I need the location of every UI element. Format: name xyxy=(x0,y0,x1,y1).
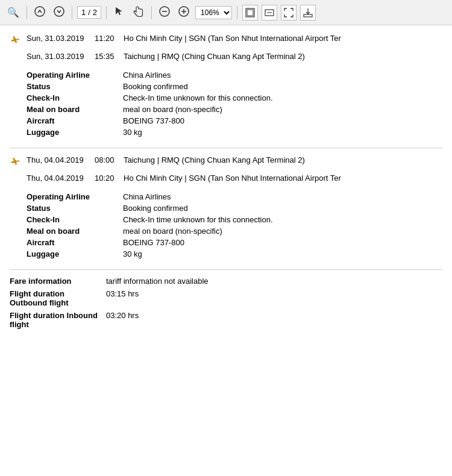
plane-icon-2 xyxy=(10,156,22,169)
content-area: Sun, 31.03.2019 11:20 Ho Chi Minh City |… xyxy=(0,25,452,337)
flight1-details: Operating Airline China Airlines Status … xyxy=(27,69,442,138)
fare-inbound-value: 03:20 hrs xyxy=(106,311,139,329)
flight1-checkin-label: Check-In xyxy=(27,93,123,102)
flight2-departure-row: Thu, 04.04.2019 08:00 Taichung | RMQ (Ch… xyxy=(10,153,442,171)
flight2-meal-label: Meal on board xyxy=(27,227,123,236)
flight2-arrival-dest: Ho Chi Minh City | SGN (Tan Son Nhut Int… xyxy=(124,174,442,183)
flight1-airline-label: Operating Airline xyxy=(27,70,123,80)
fare-outbound-label: Flight duration Outbound flight xyxy=(10,289,106,307)
svg-rect-9 xyxy=(247,10,253,16)
flight2-departure-date: Thu, 04.04.2019 xyxy=(27,155,90,164)
flight1-meal-row: Meal on board meal on board (non-specifi… xyxy=(27,104,442,115)
flight1-arrival-dest: Taichung | RMQ (Ching Chuan Kang Apt Ter… xyxy=(124,52,442,61)
flight2-status-value: Booking confirmed xyxy=(123,204,442,213)
fare-inbound-label-line2: flight xyxy=(10,320,106,329)
separator-2 xyxy=(72,6,72,19)
flight2-checkin-label: Check-In xyxy=(27,215,123,224)
flight1-departure-time: 11:20 xyxy=(95,34,119,43)
toolbar: 🔍 1 / 2 106% 100% 75% 50% xyxy=(0,0,452,25)
flight1-airline-value: China Airlines xyxy=(123,70,442,80)
flight2-checkin-row: Check-In Check-In time unknown for this … xyxy=(27,214,442,225)
fare-outbound-label-line2: Outbound flight xyxy=(10,298,106,307)
flight2-operating-airline-row: Operating Airline China Airlines xyxy=(27,191,442,202)
flight1-checkin-row: Check-In Check-In time unknown for this … xyxy=(27,92,442,104)
fare-inbound-label: Flight duration Inbound flight xyxy=(10,311,106,329)
svg-point-1 xyxy=(54,7,64,16)
fare-outbound-label-line1: Flight duration xyxy=(10,289,106,298)
separator-5 xyxy=(237,6,237,19)
flight1-aircraft-label: Aircraft xyxy=(27,116,123,125)
flight1-meal-value: meal on board (non-specific) xyxy=(123,105,442,114)
fare-info-row: Fare information tariff information not … xyxy=(10,275,442,287)
flight2-arrival-row: Thu, 04.04.2019 10:20 Ho Chi Minh City |… xyxy=(10,171,442,185)
scroll-down-icon[interactable] xyxy=(51,5,67,20)
flight1-status-value: Booking confirmed xyxy=(123,82,442,91)
flight1-arrival-date: Sun, 31.03.2019 xyxy=(27,52,90,61)
search-icon[interactable]: 🔍 xyxy=(5,5,22,19)
flight2-checkin-value: Check-In time unknown for this connectio… xyxy=(123,215,442,224)
flight1-luggage-value: 30 kg xyxy=(123,128,442,137)
fare-divider xyxy=(10,269,442,270)
separator-3 xyxy=(106,6,107,19)
fare-inbound-row: Flight duration Inbound flight 03:20 hrs xyxy=(10,309,442,331)
svg-point-0 xyxy=(35,7,45,16)
flight2-status-label: Status xyxy=(27,204,123,213)
flight2-aircraft-row: Aircraft BOEING 737-800 xyxy=(27,237,442,248)
fit-page-icon[interactable] xyxy=(242,5,258,20)
flight2-details: Operating Airline China Airlines Status … xyxy=(27,191,442,260)
page-total: 2 xyxy=(93,8,97,17)
flight2-aircraft-label: Aircraft xyxy=(27,238,123,247)
flight1-arrival-row: Sun, 31.03.2019 15:35 Taichung | RMQ (Ch… xyxy=(10,49,442,63)
flight2-aircraft-value: BOEING 737-800 xyxy=(123,238,442,247)
flight1-status-label: Status xyxy=(27,82,123,91)
flight1-checkin-value: Check-In time unknown for this connectio… xyxy=(123,93,442,102)
flight2-luggage-value: 30 kg xyxy=(123,249,442,258)
fare-info-value: tariff information not available xyxy=(106,277,209,286)
fare-section: Fare information tariff information not … xyxy=(10,275,442,331)
flight1-luggage-row: Luggage 30 kg xyxy=(27,127,442,138)
flight2-meal-value: meal on board (non-specific) xyxy=(123,227,442,236)
flight-segment-1: Sun, 31.03.2019 11:20 Ho Chi Minh City |… xyxy=(10,31,442,138)
zoom-out-icon[interactable] xyxy=(157,5,172,20)
zoom-select[interactable]: 106% 100% 75% 50% xyxy=(195,6,232,19)
cursor-select-icon[interactable] xyxy=(111,5,127,20)
scroll-up-icon[interactable] xyxy=(32,5,48,20)
page-separator: / xyxy=(88,8,90,17)
zoom-in-icon[interactable] xyxy=(176,5,192,20)
fare-outbound-row: Flight duration Outbound flight 03:15 hr… xyxy=(10,287,442,309)
svg-marker-2 xyxy=(116,7,122,15)
flight2-airline-value: China Airlines xyxy=(123,192,442,201)
flight2-luggage-label: Luggage xyxy=(27,249,123,258)
page-navigator: 1 / 2 xyxy=(77,6,101,19)
plane-icon-1 xyxy=(10,34,22,47)
svg-rect-12 xyxy=(304,14,312,17)
flight1-departure-row: Sun, 31.03.2019 11:20 Ho Chi Minh City |… xyxy=(10,31,442,49)
flight2-status-row: Status Booking confirmed xyxy=(27,202,442,214)
flight2-departure-dest: Taichung | RMQ (Ching Chuan Kang Apt Ter… xyxy=(124,155,442,164)
download-icon[interactable] xyxy=(300,5,316,20)
flight1-operating-airline-row: Operating Airline China Airlines xyxy=(27,69,442,81)
fit-width-icon[interactable] xyxy=(262,5,277,20)
flight2-arrival-time: 10:20 xyxy=(95,174,119,183)
flight1-departure-dest: Ho Chi Minh City | SGN (Tan Son Nhut Int… xyxy=(124,34,442,43)
flight1-aircraft-row: Aircraft BOEING 737-800 xyxy=(27,115,442,127)
fare-inbound-label-line1: Flight duration Inbound xyxy=(10,311,106,320)
flight1-departure-date: Sun, 31.03.2019 xyxy=(27,34,90,43)
separator-1 xyxy=(27,6,27,19)
fare-info-label: Fare information xyxy=(10,277,106,286)
flight2-meal-row: Meal on board meal on board (non-specifi… xyxy=(27,225,442,237)
flight2-departure-time: 08:00 xyxy=(95,155,119,164)
fullscreen-icon[interactable] xyxy=(281,5,297,20)
fare-outbound-value: 03:15 hrs xyxy=(106,289,139,307)
flight1-meal-label: Meal on board xyxy=(27,105,123,114)
flight1-status-row: Status Booking confirmed xyxy=(27,81,442,92)
hand-tool-icon[interactable] xyxy=(131,5,146,20)
flight2-luggage-row: Luggage 30 kg xyxy=(27,248,442,260)
flight2-arrival-date: Thu, 04.04.2019 xyxy=(27,174,90,183)
flight1-aircraft-value: BOEING 737-800 xyxy=(123,116,442,125)
flight1-arrival-time: 15:35 xyxy=(95,52,119,61)
page-current: 1 xyxy=(81,8,86,17)
separator-4 xyxy=(151,6,152,19)
flight1-luggage-label: Luggage xyxy=(27,128,123,137)
flight2-airline-label: Operating Airline xyxy=(27,192,123,201)
